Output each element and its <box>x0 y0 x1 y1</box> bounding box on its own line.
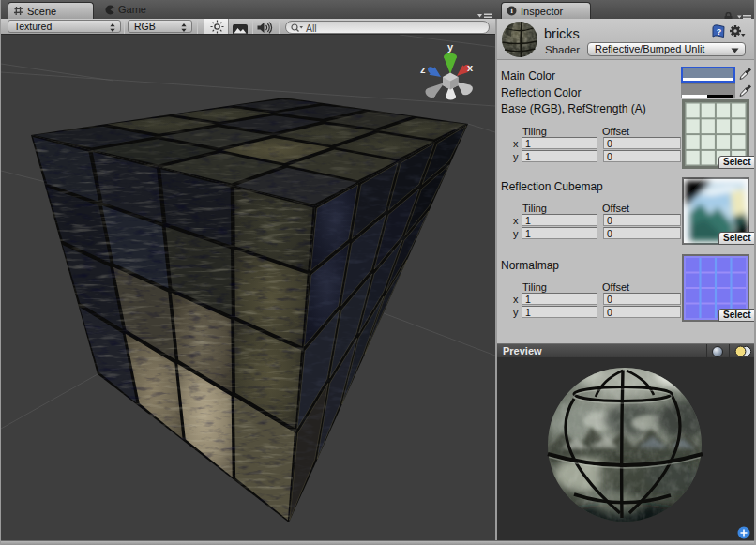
svg-text:?: ? <box>717 27 722 37</box>
svg-text:y: y <box>447 41 454 53</box>
svg-text:x: x <box>467 62 474 73</box>
svg-text:z: z <box>420 64 426 75</box>
